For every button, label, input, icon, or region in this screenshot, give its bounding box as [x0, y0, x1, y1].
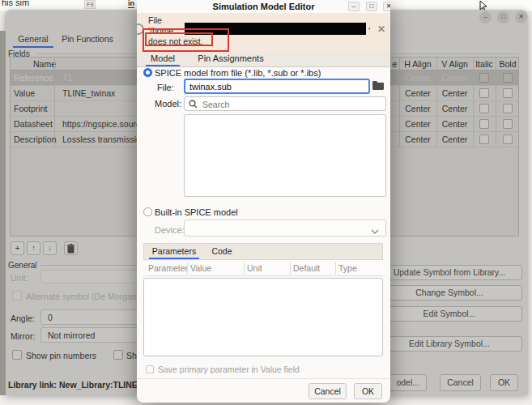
maximize-icon[interactable]: □ [366, 2, 377, 11]
param-col-unit: Unit [247, 263, 262, 273]
change-symbol-button[interactable]: Change Symbol... [377, 285, 522, 301]
update-symbol-button[interactable]: Update Symbol from Library... [377, 265, 522, 280]
mirror-label: Mirror: [11, 331, 35, 341]
spice-file-radio-label: SPICE model from file (*.lib, *.sub or *… [155, 68, 321, 78]
general-group-label: General [8, 261, 37, 270]
move-field-up-button[interactable]: ↑ [27, 241, 40, 255]
edit-library-symbol-button[interactable]: Edit Library Symbol... [377, 336, 522, 352]
infobar-close-icon[interactable]: ✕ [377, 23, 385, 35]
field-halign: Center [399, 119, 436, 129]
units-inches-icon[interactable]: in [128, 0, 134, 8]
italic-checkbox[interactable] [479, 73, 489, 83]
field-name: Footprint [14, 104, 47, 113]
bold-checkbox[interactable] [503, 73, 513, 83]
model-search-box[interactable] [184, 96, 386, 111]
tab-pin-functions[interactable]: Pin Functions [55, 34, 120, 47]
angle-label: Angle: [11, 313, 35, 323]
mirror-value: Not mirrored [41, 328, 95, 340]
close-icon[interactable]: ✕ [383, 2, 390, 11]
field-halign: Center [399, 104, 436, 113]
infobar-line1: File [148, 15, 162, 25]
grid-line [290, 262, 291, 275]
tab-model[interactable]: Model [146, 53, 180, 63]
show-pin-numbers-checkbox[interactable] [12, 350, 22, 360]
trash-icon [66, 245, 75, 255]
file-toolbar-button[interactable]: Fil [84, 0, 96, 9]
field-name: Reference [14, 73, 53, 83]
bold-checkbox[interactable] [503, 119, 513, 129]
backdrop-text-fragment: his sim [2, 0, 29, 7]
plus-icon: + [15, 243, 19, 253]
tab-code[interactable]: Code [208, 246, 236, 256]
add-field-button[interactable]: + [11, 241, 24, 255]
alternate-symbol-checkbox[interactable] [12, 291, 22, 301]
search-icon [189, 100, 198, 110]
col-bold-header: Bold [496, 59, 519, 69]
tab-parameters-underline [149, 258, 199, 259]
tab-model-underline [146, 65, 180, 66]
file-input[interactable] [184, 79, 370, 94]
dialog-tabstrip: Model Pin Assignments [137, 51, 390, 67]
model-label: Model: [155, 99, 181, 109]
minimize-icon[interactable]: – [348, 2, 360, 11]
minimize-icon[interactable]: – [479, 11, 492, 23]
screen: his sim Fil in – □ ✕ General Pin Functio… [0, 0, 532, 405]
tab-pin-assignments[interactable]: Pin Assignments [193, 53, 269, 63]
param-table-body[interactable] [143, 278, 383, 356]
symbol-ok-button[interactable]: OK [490, 374, 518, 391]
field-valign: Center [436, 119, 473, 129]
show-pin-names-checkbox[interactable] [113, 350, 123, 360]
builtin-radio[interactable] [143, 207, 152, 216]
col-italic-header: Italic [473, 59, 496, 69]
move-field-down-button[interactable]: ↓ [43, 241, 57, 255]
bold-checkbox[interactable] [503, 88, 513, 98]
model-list[interactable] [184, 114, 386, 197]
bold-checkbox[interactable] [503, 134, 513, 144]
infobar-path-suffix: ' [368, 26, 370, 36]
symbol-cancel-button[interactable]: Cancel [440, 374, 481, 391]
param-table-header: Parameter Value Unit Default Type [143, 260, 383, 276]
field-name: Datasheet [14, 119, 53, 129]
close-icon[interactable]: ✕ [515, 11, 527, 23]
dialog-cancel-button[interactable]: Cancel [309, 383, 347, 399]
unit-label: Unit: [11, 273, 28, 283]
tab-general[interactable]: General [13, 34, 53, 47]
col-valign-header: V Align [436, 59, 473, 69]
field-halign: Center [399, 134, 436, 144]
grid-line [244, 262, 245, 275]
italic-checkbox[interactable] [479, 88, 489, 98]
chevron-down-icon [371, 226, 379, 236]
dialog-ok-button[interactable]: OK [354, 383, 382, 399]
field-halign: Center [399, 88, 436, 98]
angle-value: 0 [41, 310, 53, 322]
field-valign: Center [436, 134, 473, 144]
model-search-input[interactable] [201, 98, 382, 111]
field-value: T1 [62, 73, 72, 83]
footer-divider [137, 378, 390, 379]
device-label: Device: [155, 225, 185, 235]
maximize-icon[interactable]: □ [497, 11, 509, 23]
tab-general-underline [13, 46, 53, 48]
save-primary-checkbox[interactable] [146, 365, 154, 373]
italic-checkbox[interactable] [479, 119, 489, 129]
browse-folder-icon[interactable] [372, 81, 384, 92]
param-col-type: Type [338, 263, 357, 273]
bold-checkbox[interactable] [503, 104, 513, 113]
field-value: TLINE_twinax [62, 88, 115, 98]
edit-symbol-button[interactable]: Edit Symbol... [377, 306, 522, 322]
param-col-value: Value [190, 263, 211, 273]
delete-field-button[interactable] [64, 241, 78, 255]
grid-line [335, 262, 336, 275]
spice-file-radio[interactable] [143, 68, 152, 77]
col-name-header: Name [33, 59, 56, 69]
field-valign: Center [436, 73, 473, 83]
italic-checkbox[interactable] [479, 104, 489, 113]
field-name: Value [14, 88, 35, 98]
italic-checkbox[interactable] [479, 134, 489, 144]
tab-parameters[interactable]: Parameters [149, 246, 199, 256]
device-select[interactable] [184, 220, 386, 237]
builtin-radio-label: Built-in SPICE model [155, 207, 238, 217]
alternate-symbol-label: Alternate symbol (De Morgan) [26, 292, 139, 301]
editor-left-toolbar-strip [0, 31, 6, 395]
field-name: Description [14, 134, 57, 144]
